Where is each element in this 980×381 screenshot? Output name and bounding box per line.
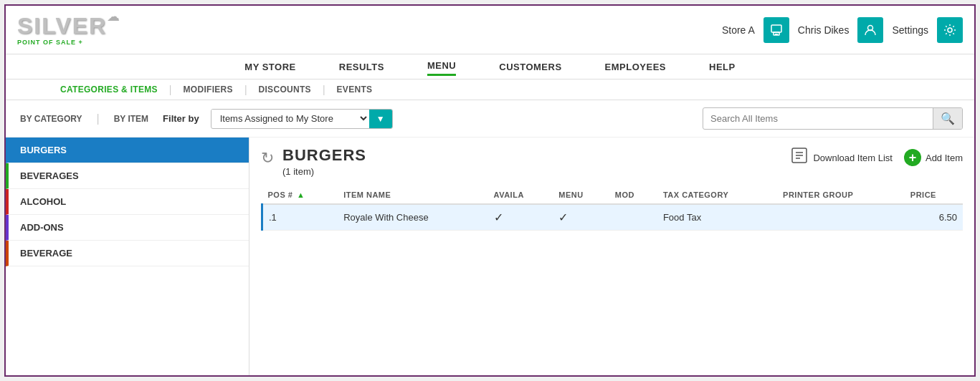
- menu-check-icon: ✓: [558, 211, 568, 223]
- table-header-row: POS # ▲ ITEM NAME AVAILA MENU: [262, 186, 964, 204]
- col-header-menu-label: MENU: [558, 190, 583, 199]
- download-icon: [790, 146, 809, 169]
- settings-label: Settings: [892, 24, 928, 36]
- logo-sub: POINT OF SALE +: [17, 39, 83, 46]
- col-header-mod-label: MOD: [615, 190, 634, 199]
- col-header-price[interactable]: PRICE: [905, 186, 963, 204]
- sidebar-item-beverage[interactable]: BEVERAGE: [6, 241, 249, 266]
- col-header-tax-category[interactable]: TAX CATEGORY: [657, 186, 777, 204]
- add-icon: +: [904, 149, 921, 166]
- table-row[interactable]: .1 Royale With Cheese ✓ ✓ Food Tax 6.50: [262, 204, 964, 231]
- subnav-modifiers[interactable]: MODIFIERS: [172, 85, 244, 95]
- user-icon-button[interactable]: [857, 17, 883, 43]
- filter-label: Filter by: [163, 113, 199, 124]
- sidebar-item-label-add-ons: ADD-ONS: [20, 222, 64, 233]
- store-label: Store A: [722, 24, 755, 36]
- col-header-menu[interactable]: MENU: [553, 186, 609, 204]
- header-right: Store A Chris Dikes Settings: [722, 17, 963, 43]
- sidebar-item-alcohol[interactable]: ALCOHOL: [6, 189, 249, 215]
- category-name: BURGERS: [282, 146, 366, 165]
- sidebar-item-beverages[interactable]: BEVERAGES: [6, 163, 249, 189]
- available-check-icon: ✓: [494, 211, 503, 223]
- filter-select[interactable]: Items Assigned to My Store All Items: [211, 110, 369, 127]
- by-item-button[interactable]: BY ITEM: [111, 114, 151, 124]
- svg-rect-0: [771, 25, 781, 32]
- search-input[interactable]: [703, 110, 933, 127]
- col-header-printer-group-label: PRINTER GROUP: [783, 190, 853, 199]
- refresh-icon[interactable]: ↻: [261, 149, 274, 168]
- svg-point-4: [948, 28, 952, 32]
- col-header-available-label: AVAILA: [494, 190, 524, 199]
- cell-printer-group: [777, 204, 905, 231]
- store-icon-button[interactable]: [763, 17, 789, 43]
- logo-text: SILVER: [17, 13, 107, 39]
- sidebar-item-burgers[interactable]: BURGERS: [6, 138, 249, 163]
- download-label: Download Item List: [813, 153, 893, 163]
- nav-help[interactable]: HELP: [709, 62, 736, 75]
- search-button[interactable]: 🔍: [933, 108, 962, 129]
- sidebar-item-label-beverage: BEVERAGE: [20, 248, 72, 259]
- sidebar: BURGERS BEVERAGES ALCOHOL ADD-ONS BEVERA…: [6, 138, 249, 375]
- col-header-printer-group[interactable]: PRINTER GROUP: [777, 186, 905, 204]
- cell-mod: [609, 204, 657, 231]
- sub-nav: CATEGORIES & ITEMS | MODIFIERS | DISCOUN…: [6, 79, 974, 100]
- subnav-categories-items[interactable]: CATEGORIES & ITEMS: [49, 85, 169, 95]
- col-header-item-name-label: ITEM NAME: [343, 190, 391, 199]
- content-area: BURGERS BEVERAGES ALCOHOL ADD-ONS BEVERA…: [6, 138, 974, 375]
- header: SILVER ☁ POINT OF SALE + Store A Chris D…: [6, 6, 974, 54]
- sidebar-item-label-alcohol: ALCOHOL: [20, 196, 66, 207]
- filter-bar: BY CATEGORY | BY ITEM Filter by Items As…: [6, 100, 974, 138]
- logo-area: SILVER ☁ POINT OF SALE +: [17, 14, 107, 46]
- search-wrapper: 🔍: [703, 107, 963, 130]
- filter-select-wrapper: Items Assigned to My Store All Items ▼: [211, 109, 393, 129]
- filter-dropdown-button[interactable]: ▼: [369, 110, 392, 128]
- category-actions: Download Item List + Add Item: [790, 146, 963, 169]
- add-item-button[interactable]: + Add Item: [904, 149, 963, 166]
- col-header-pos-label: POS #: [268, 190, 293, 199]
- view-separator: |: [96, 112, 99, 125]
- category-item-count: (1 item): [282, 166, 314, 177]
- sidebar-item-label-beverages: BEVERAGES: [20, 170, 79, 181]
- col-header-price-label: PRICE: [910, 190, 936, 199]
- main-nav: MY STORE RESULTS MENU CUSTOMERS EMPLOYEE…: [6, 54, 974, 79]
- nav-menu[interactable]: MENU: [427, 60, 456, 76]
- nav-results[interactable]: RESULTS: [339, 62, 384, 75]
- cell-item-name: Royale With Cheese: [338, 204, 487, 231]
- subnav-events[interactable]: EVENTS: [325, 85, 384, 95]
- col-header-item-name[interactable]: ITEM NAME: [338, 186, 487, 204]
- main-panel: ↻ BURGERS (1 item): [249, 138, 974, 375]
- svg-rect-2: [775, 34, 778, 35]
- cell-price: 6.50: [905, 204, 963, 231]
- nav-customers[interactable]: CUSTOMERS: [499, 62, 561, 75]
- sort-arrow-icon: ▲: [297, 190, 305, 199]
- add-label: Add Item: [926, 153, 963, 163]
- subnav-discounts[interactable]: DISCOUNTS: [247, 85, 323, 95]
- user-name: Chris Dikes: [798, 24, 850, 36]
- col-header-available[interactable]: AVAILA: [488, 186, 553, 204]
- cell-tax-category: Food Tax: [657, 204, 777, 231]
- download-item-list-button[interactable]: Download Item List: [790, 146, 893, 169]
- nav-my-store[interactable]: MY STORE: [244, 62, 295, 75]
- sidebar-item-label-burgers: BURGERS: [20, 145, 67, 155]
- settings-icon-button[interactable]: [937, 17, 963, 43]
- table-body: .1 Royale With Cheese ✓ ✓ Food Tax 6.50: [262, 204, 964, 231]
- col-header-tax-category-label: TAX CATEGORY: [663, 190, 728, 199]
- col-header-mod[interactable]: MOD: [609, 186, 657, 204]
- cell-menu: ✓: [553, 204, 609, 231]
- cloud-icon: ☁: [107, 9, 120, 24]
- cell-pos: .1: [262, 204, 338, 231]
- by-category-button[interactable]: BY CATEGORY: [17, 114, 85, 124]
- nav-employees[interactable]: EMPLOYEES: [605, 62, 666, 75]
- col-header-pos[interactable]: POS # ▲: [262, 186, 338, 204]
- items-table: POS # ▲ ITEM NAME AVAILA MENU: [261, 186, 963, 231]
- cell-available: ✓: [488, 204, 553, 231]
- category-header: ↻ BURGERS (1 item): [261, 146, 963, 178]
- sidebar-item-add-ons[interactable]: ADD-ONS: [6, 215, 249, 241]
- category-title-block: BURGERS (1 item): [282, 146, 366, 178]
